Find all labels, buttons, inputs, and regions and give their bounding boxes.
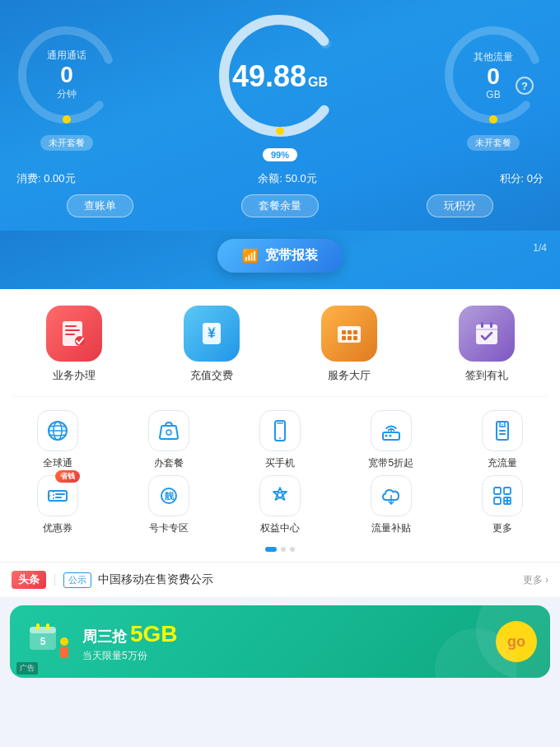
traffic-icon-box: 1 bbox=[482, 410, 523, 451]
svg-point-29 bbox=[166, 430, 171, 435]
dot-1 bbox=[265, 547, 277, 552]
gauge-voice: 通用通话 0 分钟 未开套餐 bbox=[13, 21, 120, 151]
ad-label: 广告 bbox=[16, 662, 38, 675]
svg-point-49 bbox=[278, 493, 282, 497]
broadband-label: 宽带5折起 bbox=[368, 456, 413, 470]
play-button[interactable]: 玩积分 bbox=[427, 194, 493, 217]
phone-icon-box bbox=[259, 410, 301, 451]
package-button[interactable]: 套餐余量 bbox=[241, 194, 319, 217]
svg-rect-60 bbox=[36, 623, 40, 630]
promo-illustration: 5 bbox=[23, 617, 72, 666]
bill-button[interactable]: 查账单 bbox=[67, 194, 133, 217]
sub-icon-package[interactable]: 办套餐 bbox=[116, 410, 222, 470]
simcard-icon-box: 靓 bbox=[148, 475, 189, 516]
svg-rect-42 bbox=[49, 491, 67, 501]
gauge-data: 49.88 GB 99% bbox=[214, 10, 346, 161]
voice-value: 0 bbox=[60, 63, 73, 88]
help-icon[interactable]: ? bbox=[516, 77, 534, 95]
sub-icon-phone[interactable]: 买手机 bbox=[227, 410, 334, 470]
package-icon-box bbox=[148, 410, 189, 451]
traffic-label: 充流量 bbox=[488, 456, 517, 470]
consume-stat: 消费: 0.00元 bbox=[16, 171, 76, 186]
save-badge: 省钱 bbox=[55, 470, 80, 483]
svg-text:靓: 靓 bbox=[165, 491, 175, 501]
sub-icon-more[interactable]: 更多 bbox=[449, 475, 555, 535]
dot-2 bbox=[281, 547, 286, 552]
gauge-other: 其他流量 0 GB 未开套餐 ? bbox=[440, 21, 547, 151]
data-status: 99% bbox=[263, 148, 297, 161]
voice-unit: 分钟 bbox=[57, 88, 77, 102]
recharge-icon: ¥ bbox=[196, 318, 227, 349]
svg-rect-24 bbox=[476, 329, 497, 330]
svg-rect-52 bbox=[504, 488, 511, 494]
promo-banner[interactable]: 5 周三抢 5GB 当天限量5万份 go 广告 bbox=[10, 605, 550, 678]
svg-point-34 bbox=[385, 435, 387, 437]
svg-rect-32 bbox=[277, 423, 283, 424]
banner-section: 📶 宽带报装 1/4 bbox=[0, 231, 560, 289]
svg-rect-21 bbox=[476, 324, 497, 344]
svg-rect-51 bbox=[494, 488, 501, 494]
main-icon-business[interactable]: 业务办理 bbox=[8, 306, 139, 383]
banner-indicator: 1/4 bbox=[533, 242, 547, 254]
svg-rect-16 bbox=[353, 330, 357, 334]
svg-point-63 bbox=[60, 637, 68, 646]
svg-rect-12 bbox=[203, 323, 221, 329]
promo-art-icon: 5 bbox=[23, 617, 72, 666]
rights-label: 权益中心 bbox=[260, 521, 300, 535]
rights-icon-box bbox=[259, 475, 301, 516]
sub-icon-global[interactable]: G 全球通 bbox=[5, 410, 111, 470]
bag-icon bbox=[157, 419, 180, 442]
news-ticker[interactable]: 头条 公示 中国移动在售资费公示 更多 › bbox=[0, 562, 560, 597]
business-label: 业务办理 bbox=[53, 368, 96, 383]
other-label: 其他流量 bbox=[474, 49, 513, 63]
sub-icon-simcard[interactable]: 靓 号卡专区 bbox=[116, 475, 222, 535]
voice-label: 通用通话 bbox=[47, 49, 86, 63]
svg-point-35 bbox=[389, 435, 391, 437]
sub-icon-broadband[interactable]: 宽带5折起 bbox=[338, 410, 444, 470]
ticker-badge: 公示 bbox=[63, 572, 91, 588]
main-card: 业务办理 ¥ 充值交费 bbox=[0, 289, 560, 597]
page-dots bbox=[0, 540, 560, 562]
sub-icon-subsidy[interactable]: 流量补贴 bbox=[338, 475, 444, 535]
top-section: 通用通话 0 分钟 未开套餐 49.88 G bbox=[0, 0, 560, 231]
ticker-more[interactable]: 更多 › bbox=[523, 573, 548, 587]
gauges-row: 通用通话 0 分钟 未开套餐 49.88 G bbox=[13, 10, 547, 161]
checkin-icon bbox=[471, 318, 502, 349]
grid-icon bbox=[491, 484, 514, 507]
main-icon-recharge[interactable]: ¥ 充值交费 bbox=[146, 306, 277, 383]
actions-row: 查账单 套餐余量 玩积分 bbox=[13, 194, 547, 217]
promo-go-button[interactable]: go bbox=[496, 621, 537, 662]
data-value: 49.88 bbox=[232, 62, 306, 91]
svg-rect-61 bbox=[46, 623, 49, 630]
svg-rect-7 bbox=[65, 329, 80, 331]
ticker-tag: 头条 bbox=[12, 571, 46, 589]
simcard-label: 号卡专区 bbox=[149, 521, 189, 535]
svg-rect-6 bbox=[65, 325, 77, 327]
main-icon-service[interactable]: 服务大厅 bbox=[283, 306, 414, 383]
svg-rect-22 bbox=[481, 322, 483, 328]
svg-rect-19 bbox=[353, 336, 357, 340]
svg-rect-39 bbox=[499, 430, 506, 432]
global-icon-box: G bbox=[37, 410, 78, 451]
main-icon-checkin[interactable]: 签到有礼 bbox=[421, 306, 552, 383]
sub-icon-rights[interactable]: 权益中心 bbox=[227, 475, 334, 535]
other-unit: GB bbox=[486, 89, 500, 100]
stats-row: 消费: 0.00元 余额: 50.0元 积分: 0分 bbox=[13, 171, 547, 186]
more-label: 更多 bbox=[492, 521, 512, 535]
svg-rect-40 bbox=[499, 433, 506, 435]
data-dot bbox=[276, 127, 284, 135]
coupon-label: 优惠券 bbox=[43, 521, 72, 535]
medal-icon bbox=[268, 484, 292, 507]
sub-icon-traffic[interactable]: 1 充流量 bbox=[449, 410, 555, 470]
svg-rect-53 bbox=[494, 497, 501, 504]
phone-icon bbox=[268, 419, 292, 442]
subsidy-label: 流量补贴 bbox=[371, 521, 411, 535]
svg-rect-59 bbox=[30, 627, 56, 633]
service-icon-box bbox=[321, 306, 377, 362]
sub-icon-coupon[interactable]: 省钱 优惠券 bbox=[5, 475, 111, 535]
promo-title: 周三抢 5GB bbox=[82, 621, 486, 647]
checkin-label: 签到有礼 bbox=[465, 368, 508, 383]
sub-icons-grid: G 全球通 办套餐 bbox=[0, 402, 560, 540]
broadband-button[interactable]: 📶 宽带报装 bbox=[217, 239, 343, 273]
sim-icon: 1 bbox=[491, 419, 514, 442]
